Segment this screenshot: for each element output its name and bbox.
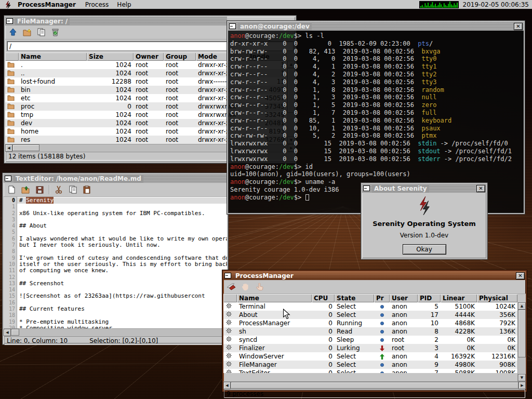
process-row[interactable]: syncd0Sleeproot20K0K — [223, 336, 517, 344]
scrollbar-thumb[interactable] — [231, 382, 518, 389]
column-header-name[interactable]: Name — [237, 294, 312, 302]
command-text: ls -l — [305, 32, 324, 39]
texteditor-titlebar[interactable]: TextEditor: /home/anon/ReadMe.md — [4, 174, 227, 183]
column-header-group[interactable]: Group — [164, 52, 196, 61]
about-content: Serenity Operating System Version 1.0-de… — [362, 193, 486, 255]
editor-line: x86 Unix-like operating system for IBM P… — [19, 210, 227, 217]
about-titlebar[interactable]: About Serenity ✕ — [362, 184, 486, 193]
scrollbar-thumb[interactable] — [518, 310, 526, 357]
menubar-menu-help[interactable]: Help — [113, 1, 135, 8]
process-row[interactable]: About0Selectanon174444K356K — [223, 311, 517, 319]
scroll-right-icon[interactable]: ▶ — [518, 382, 526, 389]
copy-icon[interactable] — [35, 26, 47, 38]
table-cell: sh — [237, 328, 312, 335]
column-header-icon[interactable] — [5, 52, 19, 61]
paste-icon[interactable] — [81, 184, 92, 195]
serenity-logo-icon[interactable] — [3, 1, 12, 9]
column-header-pr[interactable]: Pr — [374, 294, 390, 302]
table-cell: 8 — [418, 328, 441, 335]
scroll-left-icon[interactable]: ◀ — [4, 329, 11, 336]
save-icon[interactable] — [34, 184, 45, 195]
continue-hand-icon[interactable] — [254, 281, 265, 292]
menubar-menu-process[interactable]: Process — [81, 1, 113, 8]
close-icon[interactable]: ✕ — [516, 272, 525, 280]
line-number: 18 — [4, 312, 15, 318]
menubar-clock[interactable]: 2019-02-05 00:06:35 — [463, 1, 529, 8]
priority-normal-icon — [380, 322, 384, 325]
process-row[interactable]: TextEditor0Selectanon75088K1008K — [223, 369, 517, 373]
copy-icon[interactable] — [67, 184, 78, 195]
line-number: 14 — [4, 287, 15, 293]
column-header-linear[interactable]: Linear — [441, 294, 477, 302]
kill-process-icon[interactable] — [225, 281, 237, 292]
column-header-pid[interactable]: PID — [418, 294, 441, 302]
column-header-owner[interactable]: Owner — [134, 52, 164, 61]
column-header-size[interactable]: Size — [87, 52, 134, 61]
scroll-left-icon[interactable]: ◀ — [5, 144, 12, 152]
gear-icon — [225, 369, 232, 373]
trash-icon[interactable] — [49, 26, 61, 38]
column-header-user[interactable]: User — [390, 294, 418, 302]
close-icon[interactable]: ✕ — [514, 23, 523, 30]
process-list: Terminal0Selectanon55100K1024KAbout0Sele… — [223, 302, 517, 373]
file-name-text: tty0 — [421, 55, 436, 62]
file-name-text: keyboard — [421, 117, 451, 124]
scrollbar-thumb[interactable] — [11, 329, 19, 336]
process-row[interactable]: WindowServer0Selectanon416392K12316K — [223, 352, 517, 361]
editor-text-area[interactable]: # Serenityx86 Unix-like operating system… — [17, 197, 227, 328]
cpu-graph-applet[interactable] — [419, 1, 459, 8]
cut-icon[interactable] — [53, 184, 64, 195]
listing-text: crw-r--r-- 0 0 1, 8 2019-03-08 00:02:56 — [230, 86, 421, 94]
terminal-titlebar[interactable]: anon@courage:/dev ✕ — [228, 22, 524, 31]
table-cell: anon — [390, 353, 418, 360]
column-header-cpu[interactable]: CPU — [312, 294, 335, 302]
process-row[interactable]: FileManager0Selectanon94980K908K — [223, 361, 517, 369]
table-cell — [223, 361, 237, 369]
folder-icon — [7, 103, 15, 111]
new-folder-icon[interactable] — [21, 26, 33, 38]
scroll-left-icon[interactable]: ◀ — [223, 382, 231, 389]
scroll-up-icon[interactable]: ▲ — [518, 302, 526, 310]
texteditor-horizontal-scrollbar[interactable]: ◀ — [4, 328, 227, 336]
serenity-bolt-logo — [418, 196, 431, 216]
process-row[interactable]: ProcessManager0Runninganon104868K792K — [223, 319, 517, 327]
table-cell: 1024 — [87, 136, 134, 143]
file-name-text: tty2 — [421, 71, 436, 78]
up-arrow-icon[interactable] — [7, 26, 19, 38]
editor-line: ## Screenshot — [19, 281, 227, 287]
listing-text: lrwxrwxrwx 0 0 15 2019-03-08 00:02:56 — [230, 140, 418, 147]
column-header-state[interactable]: State — [335, 294, 374, 302]
line-number: 19 — [4, 319, 15, 325]
process-row[interactable]: sh0Readanon84228K136K — [223, 327, 517, 336]
line-number: 17 — [4, 306, 15, 312]
file-name-text: stdout — [418, 148, 440, 155]
processmanager-titlebar[interactable]: ProcessManager ✕ — [223, 271, 526, 280]
menubar-app-name[interactable]: ProcessManager — [14, 1, 80, 8]
filemanager-titlebar[interactable]: FileManager: / — [5, 17, 227, 25]
stop-hand-icon[interactable] — [240, 281, 251, 292]
table-cell: .. — [19, 70, 87, 77]
table-cell: root — [164, 95, 196, 102]
file-name-text: stderr — [418, 155, 440, 163]
open-icon[interactable] — [20, 184, 31, 195]
file-name-text: tty3 — [421, 78, 436, 86]
process-row[interactable]: Finalizer0Lurkingroot30K0K — [223, 344, 517, 352]
close-icon[interactable]: ✕ — [476, 185, 485, 192]
column-header-name[interactable]: Name — [19, 52, 87, 61]
processmanager-horizontal-scrollbar[interactable]: ◀ ▶ — [223, 381, 526, 389]
new-document-icon[interactable] — [6, 184, 17, 195]
process-row[interactable]: Terminal0Selectanon55100K1024K — [223, 302, 517, 311]
scrollbar-thumb[interactable] — [12, 144, 39, 151]
column-header-icon[interactable] — [223, 294, 237, 302]
texteditor-content[interactable]: 01234567891011121314151617181920 # Seren… — [4, 197, 227, 328]
listing-suffix: -> /proc/self/fd/2 — [441, 155, 512, 163]
toolbar-separator — [49, 185, 49, 194]
priority-normal-icon — [380, 371, 384, 374]
okay-button[interactable]: Okay — [403, 244, 446, 255]
gear-icon — [225, 344, 232, 352]
line-number: 6 — [4, 236, 15, 242]
table-cell: 1024 — [87, 86, 134, 94]
processmanager-vertical-scrollbar[interactable]: ▲ ▼ — [517, 302, 526, 381]
column-header-physical[interactable]: Physical — [477, 294, 517, 302]
scroll-down-icon[interactable]: ▼ — [518, 374, 526, 381]
